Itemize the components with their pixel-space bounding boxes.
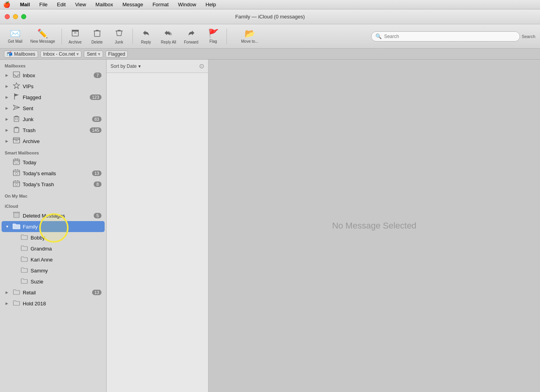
minimize-button[interactable]	[13, 14, 18, 19]
vips-icon	[13, 82, 20, 91]
sidebar-item-sent[interactable]: ▶ Sent	[2, 103, 105, 114]
deleted-messages-icon	[13, 212, 20, 220]
window-controls	[5, 14, 26, 19]
search-input[interactable]	[384, 34, 516, 39]
reply-icon	[142, 29, 150, 39]
sammy-folder-icon	[20, 267, 28, 274]
sidebar-item-vips[interactable]: ▶ VIPs	[2, 81, 105, 92]
get-mail-button[interactable]: ✉️ Get Mail	[5, 26, 25, 47]
svg-rect-31	[13, 159, 20, 165]
on-my-mac-header: On My Mac	[0, 190, 106, 200]
reply-all-button[interactable]: Reply All	[158, 26, 179, 47]
menu-message[interactable]: Message	[121, 2, 145, 7]
inbox-cox-filter[interactable]: Inbox - Cox.net ▾	[40, 51, 82, 58]
close-button[interactable]	[5, 14, 10, 19]
suzie-folder-icon	[20, 278, 28, 285]
sidebar-item-todays-trash[interactable]: Today's Trash 8	[2, 179, 105, 190]
sidebar-item-flagged[interactable]: ▶ Flagged 123	[2, 92, 105, 103]
svg-point-46	[15, 183, 18, 186]
deleted-messages-badge: 5	[94, 213, 101, 218]
mailboxes-header: Mailboxes	[0, 60, 106, 70]
move-to-button[interactable]: 📂 Move to...	[230, 26, 269, 47]
expand-arrow-inbox: ▶	[5, 73, 10, 77]
menu-format[interactable]: Format	[151, 2, 170, 7]
todays-trash-label: Today's Trash	[23, 181, 91, 187]
archive-button[interactable]: Archive	[65, 26, 85, 47]
svg-rect-3	[94, 31, 100, 36]
menu-mail[interactable]: Mail	[18, 2, 31, 7]
reply-all-label: Reply All	[161, 40, 176, 44]
delete-button[interactable]: Delete	[87, 26, 107, 47]
bobby-label: Bobby	[31, 235, 101, 241]
family-item-container: ▼ Family	[0, 221, 106, 232]
get-mail-label: Get Mail	[8, 39, 22, 44]
sidebar-item-suzie[interactable]: Suzie	[2, 276, 105, 287]
message-list-body	[107, 73, 208, 392]
flag-button[interactable]: 🚩 Flag	[203, 26, 223, 47]
menu-mailbox[interactable]: Mailbox	[94, 2, 115, 7]
delete-label: Delete	[91, 40, 103, 44]
icloud-header: iCloud	[0, 200, 106, 210]
window-title: Family — iCloud (0 messages)	[235, 14, 305, 20]
svg-point-33	[14, 160, 18, 163]
menu-help[interactable]: Help	[204, 2, 218, 7]
bobby-folder-icon	[20, 234, 28, 241]
forward-button[interactable]: Forward	[181, 26, 202, 47]
sidebar-item-todays-emails[interactable]: Today's emails 13	[2, 168, 105, 179]
junk-button[interactable]: Junk	[109, 26, 129, 47]
today-label: Today	[23, 160, 101, 165]
vips-label: VIPs	[23, 83, 101, 89]
todays-trash-badge: 8	[94, 181, 101, 187]
sidebar-item-family[interactable]: ▼ Family	[2, 221, 105, 232]
archive-label: Archive	[69, 40, 82, 44]
svg-rect-23	[14, 128, 19, 132]
kari-anne-label: Kari Anne	[31, 257, 101, 263]
maximize-button[interactable]	[21, 14, 26, 19]
todays-emails-label: Today's emails	[23, 171, 90, 176]
sidebar-item-archive[interactable]: ▶ Archive	[2, 136, 105, 147]
archive-mailbox-icon	[13, 137, 20, 145]
sidebar-item-kari-anne[interactable]: Kari Anne	[2, 254, 105, 265]
toolbar-separator-3	[227, 29, 227, 44]
mailboxes-filter[interactable]: 📬 Mailboxes	[4, 51, 38, 58]
sort-button[interactable]: Sort by Date ▾	[111, 64, 141, 69]
toolbar: ✉️ Get Mail ✏️ New Message Archive Dele	[0, 24, 540, 49]
filter-icon[interactable]: ⊙	[199, 62, 204, 70]
inbox-badge: 7	[94, 73, 101, 78]
sidebar-item-sammy[interactable]: Sammy	[2, 265, 105, 276]
mailboxes-filter-label: Mailboxes	[14, 51, 35, 57]
reply-label: Reply	[141, 40, 151, 44]
toolbar-separator-1	[62, 29, 62, 44]
sidebar-item-bobby[interactable]: Bobby	[2, 232, 105, 243]
sidebar-item-grandma[interactable]: Grandma	[2, 243, 105, 254]
sidebar-item-inbox[interactable]: ▶ Inbox 7	[2, 70, 105, 81]
flagged-filter[interactable]: Flagged	[105, 51, 128, 58]
sidebar-item-trash[interactable]: ▶ Trash 145	[2, 125, 105, 136]
expand-arrow-family: ▼	[5, 225, 10, 229]
sidebar-item-hold-2018[interactable]: ▶ Hold 2018	[2, 298, 105, 309]
new-message-button[interactable]: ✏️ New Message	[27, 26, 58, 47]
sidebar-item-retail[interactable]: ▶ Retail 13	[2, 287, 105, 298]
menu-window[interactable]: Window	[176, 2, 198, 7]
menu-edit[interactable]: Edit	[55, 2, 67, 7]
sammy-label: Sammy	[31, 268, 101, 274]
junk-label: Junk	[115, 40, 123, 44]
apple-logo-icon[interactable]: 🍎	[3, 1, 11, 8]
expand-arrow-retail: ▶	[5, 290, 10, 294]
reply-button[interactable]: Reply	[136, 26, 156, 47]
junk-mailbox-icon	[13, 115, 20, 123]
sent-filter[interactable]: Sent ▾	[84, 51, 103, 58]
menu-file[interactable]: File	[38, 2, 49, 7]
sidebar-item-junk[interactable]: ▶ Junk 83	[2, 114, 105, 125]
forward-label: Forward	[184, 40, 199, 44]
flagged-filter-label: Flagged	[108, 51, 125, 57]
search-box[interactable]: 🔍	[371, 31, 520, 42]
flagged-badge: 123	[90, 94, 101, 100]
flag-label: Flag	[209, 39, 217, 44]
filter-bar: 📬 Mailboxes Inbox - Cox.net ▾ Sent ▾ Fla…	[0, 49, 540, 60]
sidebar-item-deleted-messages[interactable]: Deleted Messages 5	[2, 210, 105, 221]
menu-view[interactable]: View	[74, 2, 88, 7]
sort-label: Sort by Date	[111, 64, 137, 69]
smart-mailboxes-header: Smart Mailboxes	[0, 147, 106, 157]
sidebar-item-today[interactable]: Today	[2, 157, 105, 168]
